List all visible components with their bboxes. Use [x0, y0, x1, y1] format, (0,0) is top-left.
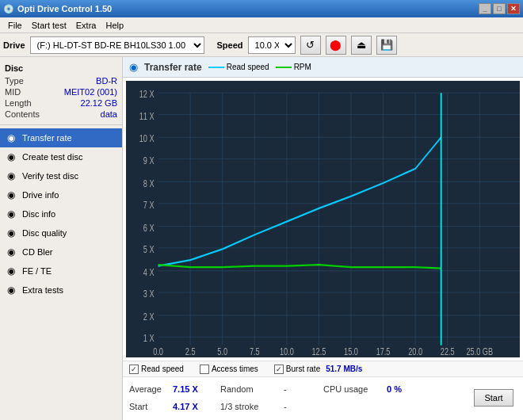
- disc-type-value: BD-R: [96, 76, 117, 86]
- start-label: Start: [129, 402, 173, 411]
- extra-tests-icon: ◉: [5, 284, 17, 296]
- maximize-button[interactable]: □: [493, 3, 506, 14]
- svg-text:9 X: 9 X: [143, 154, 155, 166]
- stop-button[interactable]: ⬤: [326, 36, 346, 55]
- start-button[interactable]: Start: [474, 389, 513, 407]
- cd-bler-icon: ◉: [5, 246, 17, 258]
- save-button[interactable]: 💾: [376, 36, 397, 55]
- chart-area: 12 X 11 X 10 X 9 X 8 X 7 X 6 X 5 X 4 X 3…: [123, 78, 523, 361]
- sidebar-item-disc-info[interactable]: ◉ Disc info: [0, 204, 122, 223]
- sidebar-item-transfer-rate[interactable]: ◉ Transfer rate: [0, 128, 122, 147]
- checkbox-access-times[interactable]: Access times: [200, 365, 258, 374]
- sidebar-disc-quality-label: Disc quality: [22, 228, 67, 238]
- stats-row-average: Average 7.15 X Random - CPU usage 0 %: [129, 380, 517, 398]
- checkboxes-row: Read speed Access times Burst rate 51.7 …: [123, 361, 523, 376]
- app-icon: 💿: [3, 4, 14, 14]
- svg-text:4 X: 4 X: [143, 265, 155, 277]
- sidebar-item-cd-bler[interactable]: ◉ CD Bler: [0, 242, 122, 262]
- third-stroke-value: -: [284, 402, 307, 411]
- minimize-button[interactable]: _: [479, 3, 491, 14]
- third-stroke-label: 1/3 stroke: [220, 402, 284, 411]
- svg-text:20.0: 20.0: [408, 345, 422, 357]
- sidebar-item-fe-te[interactable]: ◉ FE / TE: [0, 262, 122, 281]
- disc-type-label: Type: [5, 76, 24, 86]
- disc-contents-row: Contents data: [5, 109, 117, 120]
- disc-mid-label: MID: [5, 87, 21, 97]
- svg-text:7.5: 7.5: [250, 345, 260, 357]
- eject-button[interactable]: ⏏: [351, 36, 372, 55]
- sidebar-item-create-test-disc[interactable]: ◉ Create test disc: [0, 147, 122, 166]
- disc-length-label: Length: [5, 98, 32, 108]
- sidebar-transfer-rate-label: Transfer rate: [22, 133, 72, 143]
- menu-extra[interactable]: Extra: [71, 19, 101, 32]
- svg-text:8 X: 8 X: [143, 177, 155, 189]
- legend-rpm-label: RPM: [294, 63, 311, 71]
- sidebar-verify-test-disc-label: Verify test disc: [22, 171, 78, 181]
- sidebar-cd-bler-label: CD Bler: [22, 247, 53, 257]
- close-button[interactable]: ✕: [507, 3, 520, 14]
- stats-area: Average 7.15 X Random - CPU usage 0 % St…: [123, 376, 523, 420]
- svg-rect-0: [126, 81, 520, 357]
- disc-length-row: Length 22.12 GB: [5, 97, 117, 109]
- stats-row-start: Start 4.17 X 1/3 stroke - Start: [129, 398, 517, 415]
- fe-te-icon: ◉: [5, 265, 17, 277]
- checkbox-read-speed[interactable]: Read speed: [129, 365, 184, 374]
- svg-text:3 X: 3 X: [143, 287, 155, 299]
- svg-text:12.5: 12.5: [312, 345, 326, 357]
- menu-help[interactable]: Help: [101, 19, 128, 32]
- svg-text:0.0: 0.0: [153, 345, 163, 357]
- read-speed-checkbox[interactable]: [129, 365, 139, 374]
- sidebar-item-verify-test-disc[interactable]: ◉ Verify test disc: [0, 166, 122, 185]
- cpu-usage-label: CPU usage: [323, 384, 387, 394]
- svg-text:12 X: 12 X: [139, 87, 155, 99]
- average-value: 7.15 X: [173, 384, 220, 394]
- legend-rpm: RPM: [276, 63, 311, 71]
- content-area: ◉ Transfer rate Read speed RPM: [123, 57, 523, 420]
- disc-quality-icon: ◉: [5, 227, 17, 239]
- sidebar-item-drive-info[interactable]: ◉ Drive info: [0, 185, 122, 204]
- titlebar-controls: _ □ ✕: [479, 3, 520, 14]
- menu-file[interactable]: File: [3, 19, 27, 32]
- svg-text:5.0: 5.0: [217, 345, 227, 357]
- speed-select[interactable]: 10.0 X: [248, 36, 296, 54]
- average-label: Average: [129, 384, 173, 394]
- stats-row-end: End 10.02 X Full stroke -: [129, 415, 517, 420]
- disc-title: Disc: [5, 63, 117, 73]
- drive-label: Drive: [3, 40, 25, 50]
- drive-select[interactable]: (F:) HL-DT-ST BD-RE BH10LS30 1.00: [30, 36, 204, 54]
- drivebar: Drive (F:) HL-DT-ST BD-RE BH10LS30 1.00 …: [0, 33, 523, 57]
- sidebar-disc-info-label: Disc info: [22, 209, 55, 219]
- svg-text:11 X: 11 X: [139, 109, 155, 121]
- chart-header: ◉ Transfer rate Read speed RPM: [123, 57, 523, 78]
- sidebar-item-disc-quality[interactable]: ◉ Disc quality: [0, 223, 122, 242]
- sidebar-create-test-disc-label: Create test disc: [22, 152, 82, 162]
- disc-mid-row: MID MEIT02 (001): [5, 86, 117, 97]
- disc-mid-value: MEIT02 (001): [64, 87, 117, 97]
- access-times-checkbox[interactable]: [200, 365, 209, 374]
- disc-info-icon: ◉: [5, 208, 17, 220]
- sidebar-fe-te-label: FE / TE: [22, 266, 52, 276]
- svg-text:6 X: 6 X: [143, 221, 155, 233]
- svg-text:25.0 GB: 25.0 GB: [467, 345, 494, 357]
- create-test-disc-icon: ◉: [5, 151, 17, 163]
- menubar: File Start test Extra Help: [0, 17, 523, 33]
- chart-title: Transfer rate: [144, 62, 202, 73]
- verify-test-disc-icon: ◉: [5, 170, 17, 182]
- sidebar-item-extra-tests[interactable]: ◉ Extra tests: [0, 281, 122, 300]
- chart-svg: 12 X 11 X 10 X 9 X 8 X 7 X 6 X 5 X 4 X 3…: [126, 81, 520, 357]
- cpu-usage-value: 0 %: [387, 384, 418, 394]
- app-title: Opti Drive Control 1.50: [17, 4, 112, 13]
- refresh-button[interactable]: ↺: [300, 36, 321, 55]
- disc-section: Disc Type BD-R MID MEIT02 (001) Length 2…: [0, 60, 122, 125]
- main-layout: Disc Type BD-R MID MEIT02 (001) Length 2…: [0, 57, 523, 420]
- legend-read-speed-label: Read speed: [227, 63, 269, 71]
- checkbox-burst-rate[interactable]: Burst rate 51.7 MB/s: [274, 365, 363, 374]
- disc-contents-label: Contents: [5, 109, 40, 119]
- burst-rate-checkbox[interactable]: [274, 365, 284, 374]
- random-value: -: [284, 384, 307, 394]
- random-label: Random: [220, 384, 284, 394]
- menu-start-test[interactable]: Start test: [27, 19, 71, 32]
- svg-text:22.5: 22.5: [441, 345, 455, 357]
- start-value: 4.17 X: [173, 402, 220, 411]
- svg-text:2 X: 2 X: [143, 310, 155, 322]
